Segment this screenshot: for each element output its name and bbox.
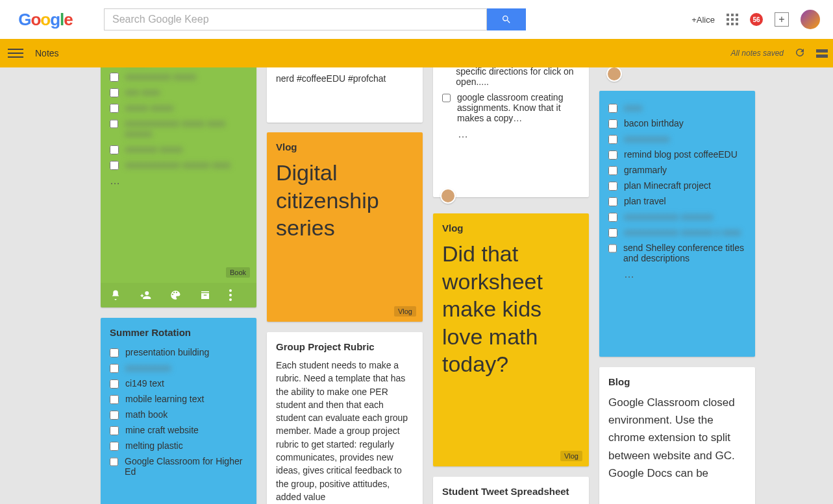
checkbox[interactable] xyxy=(110,411,119,420)
page-title: Notes xyxy=(35,48,59,58)
checkbox[interactable] xyxy=(110,145,119,154)
list-item-label: plan travel xyxy=(624,196,666,206)
checkbox[interactable] xyxy=(110,348,119,357)
apps-icon[interactable] xyxy=(727,14,738,25)
note-tag[interactable]: Vlog xyxy=(394,306,416,317)
palette-icon[interactable] xyxy=(169,289,181,301)
user-link[interactable]: +Alice xyxy=(691,15,715,25)
note-card-green-list[interactable]: xxxxxxx xxxxx xxxxxxxxxx xxxxx xxx xxxx … xyxy=(101,67,256,307)
more-indicator: … xyxy=(624,266,746,283)
note-card-tweet-spreadsheet[interactable]: Student Tweet Spreadsheet xyxy=(433,477,589,504)
note-title: Group Project Rubric xyxy=(276,341,414,352)
list-item-label: xxxxxxxxxxxx xxxxx xxxx xxxxxx xyxy=(125,118,247,139)
search-input[interactable] xyxy=(104,8,487,30)
search-button[interactable] xyxy=(487,8,526,30)
google-logo[interactable]: Google xyxy=(6,10,84,30)
share-button[interactable]: + xyxy=(775,12,789,27)
note-text: nerd #coffeeEDU #profchat xyxy=(276,73,414,84)
note-body: Google Classroom closed environment. Use… xyxy=(608,394,746,482)
checkbox[interactable] xyxy=(110,73,119,82)
more-icon[interactable] xyxy=(229,289,232,301)
checkbox[interactable] xyxy=(110,364,119,373)
note-card-summer-rotation[interactable]: Summer Rotation presentation building xx… xyxy=(101,318,256,504)
more-indicator: … xyxy=(458,126,580,143)
note-body: Each student needs to make a rubric. Nee… xyxy=(276,359,414,503)
notifications-badge[interactable]: 56 xyxy=(750,13,763,26)
checkbox[interactable] xyxy=(608,166,617,175)
list-item-label: remind blog post coffeeEDU xyxy=(624,149,738,160)
checkbox[interactable] xyxy=(608,228,617,237)
checkbox[interactable] xyxy=(608,119,617,128)
note-tag[interactable]: Book xyxy=(226,267,250,278)
list-item-label: mobile learning text xyxy=(125,394,204,404)
refresh-button[interactable] xyxy=(794,47,806,60)
note-title: Blog xyxy=(608,376,746,387)
collaborator-avatar[interactable] xyxy=(606,67,622,82)
note-card-blog[interactable]: Blog Google Classroom closed environment… xyxy=(599,367,755,504)
list-item-label: xxxx xyxy=(624,102,642,113)
list-item-label: xxxxxxxxxx xyxy=(125,363,171,373)
list-item-label: Google Classroom for Higher Ed xyxy=(125,456,247,477)
list-item-label: xxxxxxxxxxxx xxxxxxx x xxxx xyxy=(624,227,741,237)
checkbox[interactable] xyxy=(110,442,119,451)
checkbox[interactable] xyxy=(608,150,617,160)
note-label: Vlog xyxy=(442,222,580,234)
profile-avatar[interactable] xyxy=(801,10,820,29)
archive-icon[interactable] xyxy=(199,289,211,301)
note-title: Digital citizenship series xyxy=(276,159,414,242)
collaborator-avatar[interactable] xyxy=(440,188,456,204)
list-item-label: bacon birthday xyxy=(624,118,684,128)
checkbox[interactable] xyxy=(110,104,119,113)
list-item-label: xxxxxxxxxx xyxy=(624,134,669,144)
list-item-label: xxx xxxx xyxy=(125,87,160,97)
list-item-label: ci149 text xyxy=(125,378,164,389)
list-item-label: xxxxxxxxxxxx xxxxxx xxxx xyxy=(125,160,230,170)
checkbox[interactable] xyxy=(442,93,451,102)
list-item-label: grammarly xyxy=(624,165,667,175)
checkbox[interactable] xyxy=(110,457,118,466)
checkbox[interactable] xyxy=(110,395,119,404)
app-toolbar: Notes All notes saved xyxy=(0,39,833,67)
checkbox[interactable] xyxy=(110,161,119,170)
note-card-blue-list[interactable]: xxxx bacon birthday xxxxxxxxxx remind bl… xyxy=(599,91,755,357)
note-title: Did that worksheet make kids love math t… xyxy=(442,240,580,378)
list-item-label: math book xyxy=(125,409,168,420)
note-card-vlog-citizenship[interactable]: Vlog Digital citizenship series Vlog xyxy=(267,132,423,322)
checkbox[interactable] xyxy=(608,213,617,222)
checkbox[interactable] xyxy=(608,197,617,206)
checkbox[interactable] xyxy=(110,88,119,97)
note-title: Summer Rotation xyxy=(110,327,247,338)
list-item-label: xxxxxxx xxxxx xyxy=(125,144,182,154)
notes-board: xxxxxxx xxxxx xxxxxxxxxx xxxxx xxx xxxx … xyxy=(0,67,833,504)
checkbox[interactable] xyxy=(110,379,119,389)
menu-icon[interactable] xyxy=(8,45,23,61)
list-item-label: send Shelley conference titles and descr… xyxy=(623,243,746,263)
view-toggle-button[interactable] xyxy=(816,49,828,58)
checkbox[interactable] xyxy=(110,426,119,435)
list-item-label: xxxxxxxxxx xxxxx xyxy=(125,71,196,82)
save-status: All notes saved xyxy=(731,49,784,58)
list-item-label: presentation building xyxy=(125,347,209,357)
collaborator-icon[interactable] xyxy=(140,289,151,301)
list-item-label: specific directions for click on open...… xyxy=(456,67,580,87)
reminder-icon[interactable] xyxy=(110,289,121,301)
more-indicator: … xyxy=(110,173,247,189)
list-item-label: mine craft website xyxy=(125,425,199,435)
checkbox[interactable] xyxy=(608,135,617,144)
top-bar: Google +Alice 56 + xyxy=(0,0,833,39)
note-card-classroom-tips[interactable]: specific directions for click on open...… xyxy=(433,67,589,197)
list-item-label: google classroom creating assignments. K… xyxy=(457,92,580,123)
note-card-rubric[interactable]: Group Project Rubric Each student needs … xyxy=(267,332,423,504)
note-card-snippet[interactable]: nerd #coffeeEDU #profchat xyxy=(267,67,423,123)
note-card-vlog-worksheet[interactable]: Vlog Did that worksheet make kids love m… xyxy=(433,213,589,466)
note-tag[interactable]: Vlog xyxy=(560,451,582,461)
checkbox[interactable] xyxy=(608,182,617,191)
note-label: Vlog xyxy=(276,141,414,152)
checkbox[interactable] xyxy=(608,104,617,113)
search-icon xyxy=(501,14,512,25)
checkbox[interactable] xyxy=(608,244,617,253)
checkbox[interactable] xyxy=(110,119,118,128)
note-title: Student Tweet Spreadsheet xyxy=(442,486,580,497)
list-item-label: xxxxx xxxxx xyxy=(125,102,173,113)
list-item-label: xxxxxxxxxxxx xxxxxxx xyxy=(624,211,713,222)
